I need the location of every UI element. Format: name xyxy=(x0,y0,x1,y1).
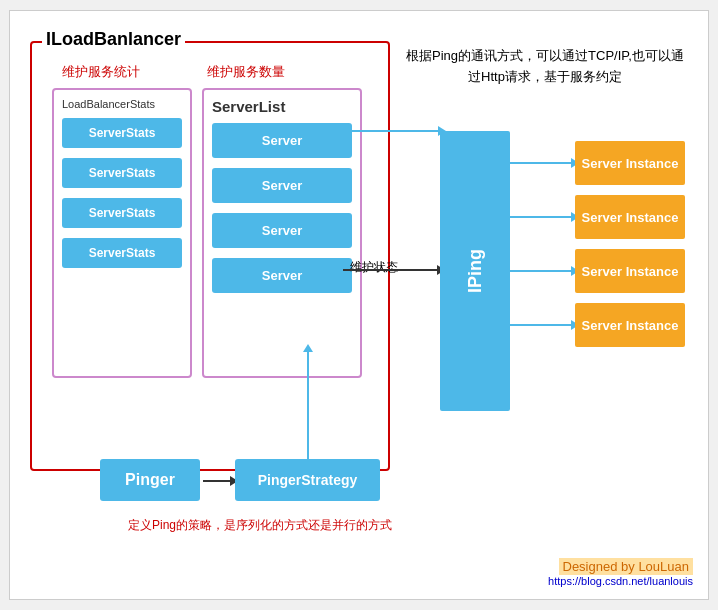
strategy-up-arrow xyxy=(307,351,309,459)
server-list-to-iping-arrow xyxy=(343,269,438,271)
main-box-title: ILoadBanlancer xyxy=(42,29,185,50)
server-item-3: Server xyxy=(212,213,352,248)
server-list-title: ServerList xyxy=(212,98,352,115)
label-maintain-status: 维护状态 xyxy=(350,259,398,276)
strategy-h-arrow xyxy=(309,130,439,132)
iping-box: IPing xyxy=(440,131,510,411)
bottom-description: 定义Ping的策略，是序列化的方式还是并行的方式 xyxy=(110,517,410,534)
iping-arrow-1 xyxy=(510,162,572,164)
pinger-box: Pinger xyxy=(100,459,200,501)
server-stats-item-2: ServerStats xyxy=(62,158,182,188)
server-stats-item-1: ServerStats xyxy=(62,118,182,148)
iping-arrow-3 xyxy=(510,270,572,272)
lb-stats-box: LoadBalancerStats ServerStats ServerStat… xyxy=(52,88,192,378)
server-stats-item-4: ServerStats xyxy=(62,238,182,268)
label-maintain-count: 维护服务数量 xyxy=(207,63,285,81)
server-instance-1: Server Instance xyxy=(575,141,685,185)
watermark-url: https://blog.csdn.net/luanlouis xyxy=(548,575,693,587)
server-stats-item-3: ServerStats xyxy=(62,198,182,228)
main-box: ILoadBanlancer 维护服务统计 维护服务数量 LoadBalance… xyxy=(30,41,390,471)
iping-arrow-2 xyxy=(510,216,572,218)
lb-stats-title: LoadBalancerStats xyxy=(62,98,182,110)
pinger-strategy-label: PingerStrategy xyxy=(258,472,358,488)
server-instance-4: Server Instance xyxy=(575,303,685,347)
iping-label: IPing xyxy=(465,249,486,293)
pinger-to-strategy-arrow xyxy=(203,480,231,482)
server-item-1: Server xyxy=(212,123,352,158)
watermark: Designed by LouLuan https://blog.csdn.ne… xyxy=(548,557,693,587)
iping-arrow-4 xyxy=(510,324,572,326)
server-item-4: Server xyxy=(212,258,352,293)
server-instance-3: Server Instance xyxy=(575,249,685,293)
pinger-strategy-box: PingerStrategy xyxy=(235,459,380,501)
server-item-2: Server xyxy=(212,168,352,203)
server-instance-2: Server Instance xyxy=(575,195,685,239)
label-maintain-stats: 维护服务统计 xyxy=(62,63,140,81)
watermark-designer: Designed by LouLuan xyxy=(559,558,694,575)
pinger-label: Pinger xyxy=(125,471,175,489)
description-text: 根据Ping的通讯方式，可以通过TCP/IP,也可以通过Http请求，基于服务约… xyxy=(400,46,690,88)
